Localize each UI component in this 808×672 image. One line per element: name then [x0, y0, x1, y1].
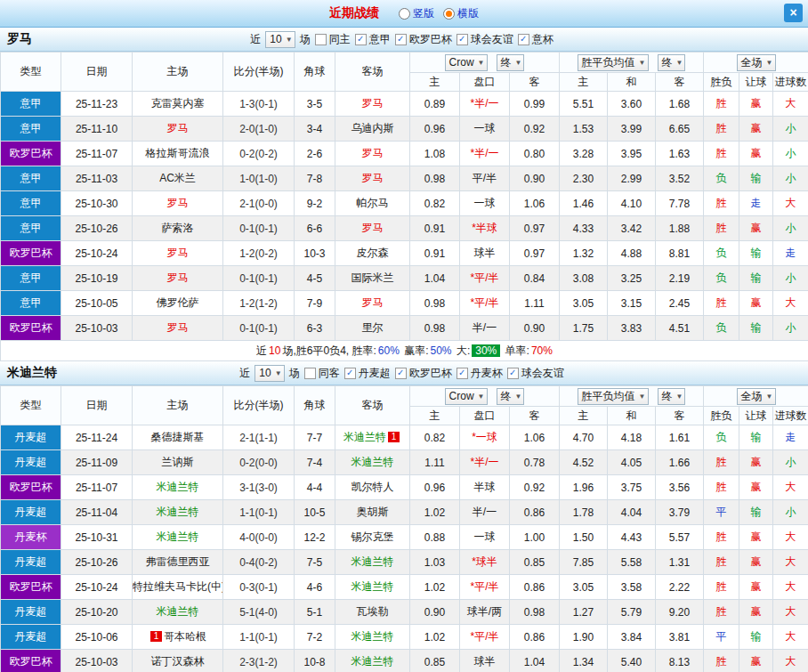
filter-checkbox-4[interactable]: ✓丹麦杯	[457, 366, 503, 381]
avg-away-odds: 3.81	[656, 625, 704, 650]
filter-checkbox-label: 意杯	[532, 32, 553, 47]
avg-away-odds: 1.63	[656, 142, 704, 166]
result-cell: 胜	[704, 117, 739, 142]
match-row: 丹麦超25-11-04米迪兰特1-1(0-1)10-5奥胡斯1.02半/一0.8…	[1, 500, 808, 525]
radio-horizontal-label[interactable]: 横版	[457, 6, 479, 21]
final-odds-select-value: 终	[501, 389, 512, 403]
summary-row: 近10场,胜6平0负4, 胜率:60% 赢率:50% 大:30% 单率:70%	[1, 341, 808, 361]
home-team-name: 罗马	[167, 122, 189, 134]
scope-select[interactable]: 全场▼	[737, 54, 776, 71]
handicap-away-odds: 0.92	[510, 475, 560, 500]
avg-home-odds: 7.85	[560, 550, 608, 575]
match-date: 25-10-24	[61, 241, 133, 266]
handicap-line-text: 球半	[474, 247, 496, 259]
column-header-home: 主场	[133, 53, 223, 92]
handicap-away-odds: 0.99	[510, 92, 560, 117]
final-avg-select[interactable]: 终▼	[658, 54, 686, 71]
handicap-home-odds: 0.96	[410, 475, 460, 500]
radio-vertical[interactable]	[399, 8, 410, 20]
handicap-result-cell: 赢	[739, 650, 773, 672]
match-date: 25-10-03	[61, 316, 133, 341]
summary-segment: 70%	[531, 344, 553, 357]
radio-vertical-label[interactable]: 竖版	[413, 6, 434, 21]
handicap-home-odds: 1.02	[410, 625, 460, 650]
team-name: 米迪兰特	[7, 365, 57, 381]
corners: 3-5	[295, 92, 335, 117]
away-team: 米迪兰特	[335, 450, 410, 475]
avg-home-odds: 1.27	[560, 600, 608, 625]
league-badge: 丹麦超	[1, 450, 61, 475]
handicap-away-odds: 0.98	[510, 600, 560, 625]
away-team-name: 米迪兰特	[351, 655, 394, 668]
home-team-name: 兰讷斯	[162, 456, 194, 468]
corners: 10-3	[295, 241, 335, 266]
recent-label-pre: 近	[239, 366, 250, 381]
handicap-result-cell: 赢	[739, 450, 773, 475]
league-badge: 丹麦超	[1, 600, 61, 625]
bookmaker-select[interactable]: Crow▼	[445, 54, 488, 71]
avg-home-odds: 4.52	[560, 450, 608, 475]
home-team: 萨索洛	[133, 216, 223, 241]
radio-horizontal[interactable]	[443, 8, 455, 20]
result-cell: 负	[704, 316, 739, 341]
corners: 7-9	[295, 291, 335, 316]
filter-checkbox-1[interactable]: 同客	[304, 366, 340, 381]
chevron-down-icon: ▼	[286, 36, 293, 44]
scope-select[interactable]: 全场▼	[737, 388, 776, 405]
avg-home-odds: 1.46	[560, 191, 608, 216]
filter-checkbox-4[interactable]: ✓球会友谊	[457, 32, 513, 47]
handicap-line-text: 球半	[474, 655, 496, 668]
match-row: 丹麦超25-10-061哥本哈根1-1(0-1)7-2米迪兰特1.02*平/半0…	[1, 625, 808, 650]
league-badge: 意甲	[1, 117, 61, 142]
avg-type-select[interactable]: 胜平负均值▼	[578, 388, 649, 405]
match-score: 0-2(0-2)	[223, 142, 295, 166]
corners: 3-4	[295, 117, 335, 142]
match-row: 意甲25-11-23克雷莫内塞1-3(0-1)3-5罗马0.89*半/一0.99…	[1, 92, 808, 117]
handicap-away-odds: 1.00	[510, 525, 560, 550]
home-team: 米迪兰特	[133, 525, 223, 550]
filter-checkbox-1[interactable]: 同主	[315, 32, 351, 47]
chevron-down-icon: ▼	[478, 393, 485, 401]
filter-checkbox-2[interactable]: ✓意甲	[355, 32, 391, 47]
avg-draw-odds: 4.05	[608, 450, 656, 475]
match-date: 25-10-20	[61, 600, 133, 625]
recent-count-select[interactable]: 10▼	[255, 365, 284, 382]
final-avg-select[interactable]: 终▼	[658, 388, 686, 405]
close-icon[interactable]: ×	[784, 4, 803, 22]
corners: 7-7	[295, 425, 335, 450]
recent-count-select-value: 10	[270, 32, 281, 46]
handicap-home-odds: 0.96	[410, 117, 460, 142]
final-odds-select[interactable]: 终▼	[497, 54, 525, 71]
away-team-name: 米迪兰特	[351, 630, 394, 643]
result-cell: 负	[704, 266, 739, 291]
bookmaker-select[interactable]: Crow▼	[445, 388, 488, 405]
column-header-score: 比分(半场)	[223, 53, 295, 92]
match-score: 0-1(0-1)	[223, 216, 295, 241]
bookmaker-select-value: Crow	[449, 389, 474, 403]
chevron-down-icon: ▼	[766, 59, 773, 67]
away-team-name: 帕尔马	[357, 197, 389, 209]
handicap-away-odds: 0.78	[510, 450, 560, 475]
filter-checkbox-5[interactable]: ✓球会友谊	[507, 366, 564, 381]
avg-away-odds: 8.13	[656, 650, 704, 672]
home-team-name: 米迪兰特	[157, 481, 199, 493]
handicap-line-text: 平/半	[474, 630, 498, 643]
filter-checkbox-5[interactable]: ✓意杯	[518, 32, 553, 47]
final-odds-select[interactable]: 终▼	[497, 388, 525, 405]
away-team: 罗马	[335, 92, 410, 117]
filter-checkbox-3[interactable]: ✓欧罗巴杯	[395, 366, 452, 381]
summary-cell: 近10场,胜6平0负4, 胜率:60% 赢率:50% 大:30% 单率:70%	[1, 341, 808, 361]
avg-home-odds: 1.34	[560, 650, 608, 672]
recent-count-select[interactable]: 10▼	[265, 31, 295, 48]
goals-result-cell: 小	[773, 450, 808, 475]
summary-segment: 60%	[378, 344, 400, 357]
away-team-name: 瓦埃勒	[357, 605, 389, 618]
avg-type-select[interactable]: 胜平负均值▼	[578, 54, 649, 71]
filter-checkbox-2[interactable]: ✓丹麦超	[344, 366, 391, 381]
home-team-name: 克雷莫内塞	[151, 97, 205, 109]
result-cell: 胜	[704, 525, 739, 550]
match-date: 25-10-30	[61, 191, 133, 216]
filter-checkbox-3[interactable]: ✓欧罗巴杯	[395, 32, 452, 47]
column-header-date: 日期	[61, 386, 133, 425]
scope-select-value: 全场	[741, 389, 763, 403]
